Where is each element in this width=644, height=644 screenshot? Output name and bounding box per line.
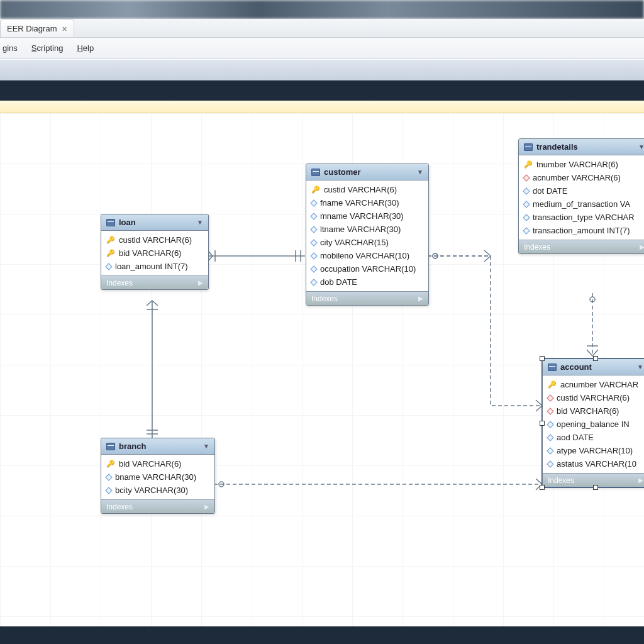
entity-header[interactable]: customer ▼	[306, 164, 428, 180]
entity-title: branch	[119, 441, 146, 451]
entity-indexes[interactable]: Indexes ▶	[101, 275, 208, 289]
close-icon[interactable]: ×	[62, 24, 67, 34]
selection-handle[interactable]	[593, 356, 598, 361]
chevron-right-icon: ▶	[198, 279, 203, 286]
chevron-down-icon[interactable]: ▼	[203, 443, 209, 450]
chevron-down-icon[interactable]: ▼	[197, 219, 203, 226]
diamond-icon	[310, 265, 317, 272]
column[interactable]: acnumber VARCHAR(6)	[519, 171, 644, 184]
diamond-icon	[310, 199, 317, 206]
diagram-canvas[interactable]: loan ▼ 🔑custid VARCHAR(6)🔑bid VARCHAR(6)…	[0, 113, 644, 644]
column[interactable]: 🔑custid VARCHAR(6)	[101, 233, 208, 247]
selection-handle[interactable]	[540, 421, 545, 426]
entity-indexes[interactable]: Indexes ▶	[306, 291, 428, 305]
chevron-right-icon: ▶	[204, 503, 209, 510]
column-text: bcity VARCHAR(30)	[115, 486, 188, 495]
entity-columns: 🔑tnumber VARCHAR(6)acnumber VARCHAR(6)do…	[519, 155, 644, 240]
column[interactable]: 🔑bid VARCHAR(6)	[101, 247, 208, 260]
column[interactable]: opening_balance IN	[543, 418, 644, 431]
key-icon: 🔑	[106, 236, 115, 244]
entity-trandetails[interactable]: trandetails ▼ 🔑tnumber VARCHAR(6)acnumbe…	[518, 138, 644, 254]
fk-diamond-icon	[547, 408, 553, 414]
svg-point-4	[590, 297, 595, 302]
chevron-down-icon[interactable]: ▼	[637, 364, 643, 370]
column[interactable]: 🔑custid VARCHAR(6)	[306, 183, 428, 196]
menu-scripting[interactable]: Scripting	[31, 43, 64, 53]
table-icon	[548, 364, 557, 371]
diamond-icon	[547, 447, 553, 454]
column[interactable]: aod DATE	[543, 431, 644, 444]
column[interactable]: custid VARCHAR(6)	[543, 391, 644, 404]
fk-diamond-icon	[547, 394, 553, 401]
dark-toolbar	[0, 80, 644, 101]
selection-handle[interactable]	[540, 485, 545, 490]
entity-indexes[interactable]: Indexes ▶	[101, 499, 214, 513]
column[interactable]: mname VARCHAR(30)	[306, 209, 428, 223]
column[interactable]: transaction_type VARCHAR	[519, 211, 644, 224]
column[interactable]: 🔑acnumber VARCHAR	[543, 378, 644, 391]
chevron-right-icon: ▶	[418, 295, 423, 302]
column[interactable]: 🔑bid VARCHAR(6)	[101, 457, 214, 470]
entity-indexes[interactable]: Indexes ▶	[519, 240, 644, 253]
column-text: dot DATE	[533, 186, 567, 196]
chevron-down-icon[interactable]: ▼	[417, 169, 423, 175]
diamond-icon	[523, 201, 530, 208]
column-text: aod DATE	[557, 433, 594, 442]
diamond-icon	[310, 226, 317, 233]
diamond-icon	[310, 279, 317, 286]
entity-account[interactable]: account ▼ 🔑acnumber VARCHARcustid VARCHA…	[542, 358, 644, 487]
column[interactable]: fname VARCHAR(30)	[306, 196, 428, 209]
column[interactable]: transaction_amount INT(7)	[519, 224, 644, 237]
tab-bar: EER Diagram ×	[0, 19, 644, 38]
entity-branch[interactable]: branch ▼ 🔑bid VARCHAR(6)bname VARCHAR(30…	[101, 438, 215, 514]
indexes-label: Indexes	[311, 294, 338, 303]
indexes-label: Indexes	[524, 243, 550, 252]
fk-diamond-icon	[523, 174, 530, 181]
column[interactable]: mobileno VARCHAR(10)	[306, 249, 428, 262]
column[interactable]: bcity VARCHAR(30)	[101, 484, 214, 497]
column[interactable]: bid VARCHAR(6)	[543, 404, 644, 418]
column[interactable]: occupation VARCHAR(10)	[306, 262, 428, 275]
menu-help[interactable]: Help	[77, 43, 94, 53]
column[interactable]: ltname VARCHAR(30)	[306, 223, 428, 236]
column[interactable]: medium_of_transaction VA	[519, 197, 644, 211]
chevron-down-icon[interactable]: ▼	[638, 143, 644, 150]
column[interactable]: dot DATE	[519, 184, 644, 197]
column[interactable]: 🔑tnumber VARCHAR(6)	[519, 158, 644, 171]
column-text: medium_of_transaction VA	[533, 199, 630, 209]
column-text: bid VARCHAR(6)	[119, 459, 181, 469]
column[interactable]: city VARCHAR(15)	[306, 236, 428, 249]
column-text: astatus VARCHAR(10	[557, 459, 636, 469]
entity-header[interactable]: branch ▼	[101, 438, 214, 455]
diamond-icon	[547, 421, 553, 428]
key-icon: 🔑	[106, 249, 115, 257]
entity-header[interactable]: trandetails ▼	[519, 139, 644, 155]
indexes-label: Indexes	[106, 502, 133, 511]
diamond-icon	[523, 214, 530, 221]
column[interactable]: atype VARCHAR(10)	[543, 444, 644, 457]
entity-loan[interactable]: loan ▼ 🔑custid VARCHAR(6)🔑bid VARCHAR(6)…	[101, 214, 209, 290]
entity-header[interactable]: account ▼	[543, 359, 644, 375]
column[interactable]: astatus VARCHAR(10	[543, 457, 644, 470]
column[interactable]: bname VARCHAR(30)	[101, 470, 214, 484]
diamond-icon	[105, 487, 112, 494]
entity-header[interactable]: loan ▼	[101, 214, 208, 231]
window-chrome-blur	[0, 0, 644, 19]
menu-plugins[interactable]: gins	[3, 43, 18, 53]
entity-columns: 🔑bid VARCHAR(6)bname VARCHAR(30)bcity VA…	[101, 455, 214, 499]
column[interactable]: loan_amount INT(7)	[101, 260, 208, 273]
column[interactable]: dob DATE	[306, 275, 428, 289]
selection-handle[interactable]	[540, 356, 545, 361]
diamond-icon	[310, 252, 317, 259]
entity-columns: 🔑custid VARCHAR(6)🔑bid VARCHAR(6)loan_am…	[101, 231, 208, 275]
column-text: tnumber VARCHAR(6)	[536, 160, 618, 169]
column-text: opening_balance IN	[557, 419, 630, 429]
column-text: dob DATE	[320, 277, 357, 287]
key-icon: 🔑	[548, 380, 557, 389]
entity-customer[interactable]: customer ▼ 🔑custid VARCHAR(6)fname VARCH…	[306, 164, 429, 306]
tab-label: EER Diagram	[7, 24, 57, 33]
selection-handle[interactable]	[593, 485, 598, 490]
tab-eer-diagram[interactable]: EER Diagram ×	[0, 19, 74, 37]
table-icon	[106, 443, 115, 450]
table-icon	[106, 219, 115, 226]
